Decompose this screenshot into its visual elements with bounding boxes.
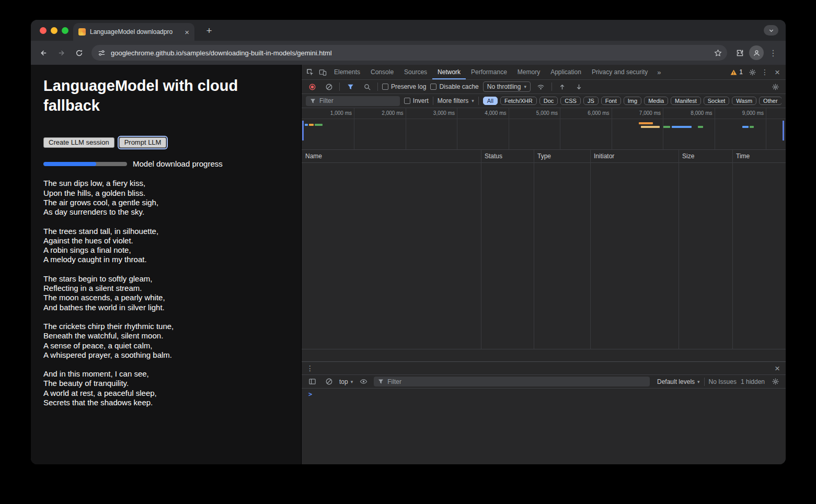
log-levels-select[interactable]: Default levels ▾ [657, 378, 700, 385]
devtools-tab-privacy-and-security[interactable]: Privacy and security [587, 65, 653, 79]
filter-chip-all[interactable]: All [483, 97, 498, 105]
console-filter-input[interactable]: Filter [374, 377, 650, 386]
devtools-tab-console[interactable]: Console [365, 65, 399, 79]
create-llm-session-button[interactable]: Create LLM session [43, 137, 114, 148]
extensions-icon[interactable] [731, 44, 748, 61]
poem-stanza: The sun dips low, a fiery kiss,Upon the … [43, 179, 289, 217]
clear-console-button[interactable] [323, 376, 335, 388]
filter-chip-other[interactable]: Other [759, 97, 781, 105]
devtools-settings-button[interactable] [746, 66, 758, 78]
zoom-window-button[interactable] [62, 27, 68, 34]
filter-chip-font[interactable]: Font [601, 97, 621, 105]
devtools-panel: ElementsConsoleSourcesNetworkPerformance… [301, 65, 786, 464]
column-header-initiator[interactable]: Initiator [590, 153, 679, 160]
search-network-button[interactable] [361, 81, 373, 92]
prompt-llm-button[interactable]: Prompt LLM [119, 137, 167, 148]
devtools-tab-application[interactable]: Application [545, 65, 587, 79]
more-filters-label: More filters [438, 97, 468, 104]
close-window-button[interactable] [40, 27, 47, 34]
timeline-activity-bar [641, 126, 660, 128]
column-divider[interactable] [534, 150, 534, 349]
issues-badge[interactable]: 1 [727, 68, 746, 76]
column-header-type[interactable]: Type [534, 153, 590, 160]
export-har-button[interactable] [573, 81, 585, 92]
console-drawer: ⋮ × top ▾ Filter [302, 361, 786, 464]
new-tab-button[interactable]: + [202, 24, 216, 38]
console-log-area[interactable]: > [302, 389, 786, 464]
throttling-select[interactable]: No throttling ▾ [483, 81, 531, 92]
browser-tab[interactable]: LanguageModel downloadpro × [73, 23, 194, 41]
console-sidebar-button[interactable] [306, 376, 318, 388]
reload-button[interactable] [71, 44, 87, 61]
column-divider[interactable] [590, 150, 591, 349]
bookmark-star-icon[interactable] [711, 46, 725, 60]
import-har-button[interactable] [556, 81, 569, 92]
console-context-select[interactable]: top ▾ [339, 378, 353, 385]
filter-chip-fetch-xhr[interactable]: Fetch/XHR [500, 97, 537, 105]
network-settings-button[interactable] [769, 81, 781, 92]
checkbox-box [382, 84, 388, 90]
column-header-name[interactable]: Name [302, 153, 481, 160]
browser-menu-button[interactable]: ⋮ [765, 44, 781, 61]
invert-checkbox[interactable]: Invert [404, 97, 429, 104]
filter-chip-js[interactable]: JS [583, 97, 599, 105]
console-prompt[interactable]: > [302, 389, 786, 400]
warning-icon [730, 69, 737, 76]
devtools-tab-performance[interactable]: Performance [466, 65, 512, 79]
devtools-menu-button[interactable]: ⋮ [758, 66, 771, 78]
console-settings-button[interactable] [769, 376, 781, 388]
column-divider[interactable] [481, 150, 481, 349]
forward-button[interactable] [53, 44, 70, 61]
url-text: googlechrome.github.io/samples/downloadi… [111, 49, 706, 57]
timeline-right-handle[interactable] [783, 121, 784, 140]
more-filters-dropdown[interactable]: More filters ▾ [438, 97, 474, 104]
filter-chip-css[interactable]: CSS [560, 97, 581, 105]
drawer-close-button[interactable]: × [771, 362, 784, 374]
live-expression-eye-icon[interactable] [357, 376, 370, 388]
drawer-menu-button[interactable]: ⋮ [304, 362, 316, 374]
disable-cache-label: Disable cache [439, 83, 478, 90]
timeline-label: 3,000 ms [418, 110, 455, 116]
devtools-tab-elements[interactable]: Elements [329, 65, 365, 79]
more-panels-button[interactable]: » [653, 68, 665, 76]
filter-chip-img[interactable]: Img [624, 97, 641, 105]
column-header-status[interactable]: Status [481, 153, 534, 160]
filter-chip-media[interactable]: Media [644, 97, 668, 105]
clear-network-log-button[interactable] [323, 81, 335, 92]
record-network-log-button[interactable] [306, 81, 318, 92]
disable-cache-checkbox[interactable]: Disable cache [430, 83, 478, 90]
hidden-messages-count[interactable]: 1 hidden [741, 378, 765, 385]
column-divider[interactable] [679, 150, 679, 349]
filter-chip-manifest[interactable]: Manifest [671, 97, 701, 105]
site-info-icon[interactable] [98, 49, 106, 57]
network-filter-input[interactable]: Filter [306, 96, 400, 106]
device-toolbar-button[interactable] [316, 66, 329, 78]
network-overview-timeline[interactable]: 1,000 ms2,000 ms3,000 ms4,000 ms5,000 ms… [302, 108, 786, 150]
filter-chip-socket[interactable]: Socket [704, 97, 730, 105]
preserve-log-checkbox[interactable]: Preserve log [382, 83, 426, 90]
devtools-tab-network[interactable]: Network [432, 65, 466, 79]
address-bar[interactable]: googlechrome.github.io/samples/downloadi… [91, 45, 727, 61]
devtools-tab-memory[interactable]: Memory [512, 65, 545, 79]
inspect-element-button[interactable] [304, 66, 316, 78]
devtools-tab-sources[interactable]: Sources [399, 65, 432, 79]
profile-avatar[interactable] [749, 45, 764, 60]
column-divider[interactable] [732, 150, 733, 349]
minimize-window-button[interactable] [51, 27, 58, 34]
filter-toggle-button[interactable] [344, 81, 357, 92]
tab-search-button[interactable] [764, 25, 778, 36]
issues-status[interactable]: No Issues [709, 378, 737, 385]
timeline-label: 8,000 ms [676, 110, 712, 116]
devtools-close-button[interactable]: × [771, 66, 784, 78]
network-summary-bar [302, 349, 786, 361]
filter-chip-doc[interactable]: Doc [539, 97, 558, 105]
back-button[interactable] [35, 44, 52, 61]
column-header-size[interactable]: Size [679, 153, 732, 160]
filter-chip-wasm[interactable]: Wasm [732, 97, 756, 105]
network-conditions-icon[interactable] [535, 81, 547, 92]
browser-window: LanguageModel downloadpro × + googlechro… [31, 20, 786, 464]
column-header-time[interactable]: Time [732, 153, 786, 160]
timeline-left-handle[interactable] [302, 121, 304, 140]
issue-count: 1 [739, 68, 743, 76]
tab-close-icon[interactable]: × [185, 28, 189, 36]
